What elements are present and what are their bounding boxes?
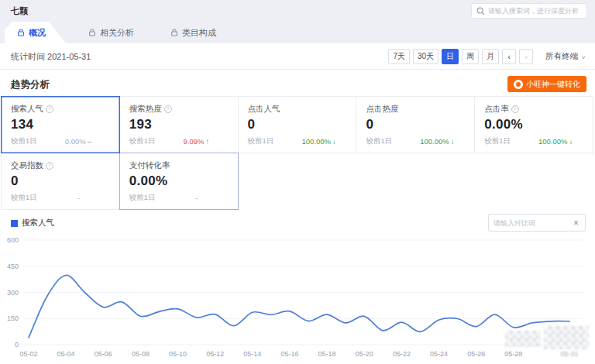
x-tick-label: 05-02: [19, 350, 37, 358]
metric-label: 支付转化率: [129, 160, 229, 171]
section-title-trend: 趋势分析: [11, 78, 50, 91]
info-icon[interactable]: ?: [511, 105, 519, 113]
y-tick-label: 450: [7, 263, 19, 270]
metric-value: 0.00%: [129, 173, 229, 189]
metric-value: 134: [11, 117, 110, 132]
tab-label: 相关分析: [100, 27, 134, 39]
tab-category-composition[interactable]: 类目构成: [160, 22, 227, 43]
info-icon[interactable]: ?: [46, 105, 53, 113]
x-tick-label: 05-14: [243, 350, 261, 358]
terminal-dropdown[interactable]: 所有终端 ∨: [545, 51, 589, 62]
x-tick-label: 05-22: [393, 350, 411, 358]
change-value: 9.09%↑: [184, 137, 210, 146]
range-7d-button[interactable]: 7天: [388, 49, 410, 64]
legend-label: 搜索人气: [22, 218, 54, 228]
tab-related-analysis[interactable]: 相关分析: [77, 22, 145, 43]
metric-card-2[interactable]: 点击人气0较前1日100.00%↓: [238, 96, 357, 153]
x-tick-label: 05-16: [280, 350, 298, 358]
metric-label: 点击率 ?: [484, 104, 583, 115]
x-tick-label: 05-08: [132, 350, 150, 358]
metric-card-4[interactable]: 点击率 ?0.00%较前1日100.00%↓: [474, 96, 593, 153]
prev-period-button[interactable]: ‹: [502, 49, 516, 64]
page: 七颗 概况 相关分析: [0, 0, 595, 364]
lock-icon: [170, 29, 178, 36]
info-icon[interactable]: ?: [46, 162, 53, 170]
chevron-down-icon: ∨: [581, 53, 586, 59]
stat-time-label: 统计时间: [11, 52, 45, 61]
legend-swatch: [11, 220, 18, 227]
y-tick-label: 300: [7, 289, 19, 297]
blurred-watermark: [544, 326, 589, 349]
metric-value: 0: [248, 117, 347, 132]
down-arrow-icon: ↓: [332, 137, 336, 146]
metric-card-3[interactable]: 点击热度0较前1日100.00%↓: [356, 96, 475, 153]
compare-label: 较前1日: [366, 136, 392, 146]
range-day-button[interactable]: 日: [442, 49, 459, 64]
x-tick-label: 05-24: [430, 350, 448, 358]
search-popularity-line: [29, 275, 569, 338]
compare-label: 较前1日: [129, 136, 156, 146]
metric-card-5[interactable]: 交易指数 ?0较前1日-: [1, 153, 120, 210]
stat-time-value: 2021-05-31: [47, 52, 91, 61]
compare-label: 较前1日: [129, 193, 156, 203]
top-bar: 七颗: [0, 0, 595, 22]
stat-time: 统计时间 2021-05-31: [11, 43, 91, 70]
info-icon[interactable]: ?: [164, 105, 172, 113]
range-month-button[interactable]: 月: [482, 49, 499, 64]
metric-value: 0: [11, 173, 110, 189]
compare-label: 较前1日: [11, 136, 37, 146]
metric-card-0[interactable]: 搜索人气 ?134较前1日0.00%–: [1, 96, 120, 153]
change-value: -: [77, 194, 80, 202]
metric-card-6[interactable]: 支付转化率0.00%较前1日-: [119, 153, 239, 210]
x-tick-label: 05-10: [169, 350, 187, 358]
compare-word-box[interactable]: ×: [488, 214, 586, 232]
metric-label: 搜索热度 ?: [129, 104, 229, 115]
convert-button[interactable]: 小旺神一键转化: [507, 76, 586, 92]
chart-legend: 搜索人气: [11, 218, 54, 228]
convert-button-label: 小旺神一键转化: [526, 79, 580, 90]
metric-label: 交易指数 ?: [11, 160, 110, 171]
metric-card-1[interactable]: 搜索热度 ?193较前1日9.09%↑: [119, 96, 239, 153]
metric-label: 点击人气: [248, 104, 347, 115]
metric-value: 193: [129, 117, 229, 132]
compare-label: 较前1日: [11, 193, 37, 203]
y-tick-label: 0: [15, 341, 19, 349]
lock-icon: [88, 29, 96, 36]
page-title: 七颗: [11, 0, 28, 22]
change-value: 100.00%↓: [538, 137, 573, 146]
down-arrow-icon: ↓: [569, 137, 573, 146]
x-tick-label: 05-04: [57, 350, 75, 358]
change-value: 0.00%–: [65, 137, 91, 146]
y-tick-label: 150: [7, 314, 19, 322]
x-tick-label: 05-18: [318, 350, 336, 358]
tab-bar: 概况 相关分析 类目构成: [0, 22, 595, 43]
change-value: 100.00%↓: [420, 137, 454, 146]
metric-value: 0: [366, 117, 465, 132]
metrics-grid: 搜索人气 ?134较前1日0.00%–搜索热度 ?193较前1日9.09%↑点击…: [2, 97, 593, 210]
x-tick-label: 05-31: [560, 350, 578, 358]
tab-label: 概况: [29, 27, 46, 39]
search-icon: [476, 7, 485, 15]
compare-label: 较前1日: [248, 136, 274, 146]
terminal-label: 所有终端: [545, 51, 578, 62]
x-tick-label: 05-20: [356, 350, 373, 358]
next-period-button[interactable]: ›: [519, 49, 533, 64]
compare-input[interactable]: [494, 219, 572, 227]
down-arrow-icon: ↓: [451, 137, 455, 146]
x-tick-label: 05-12: [206, 350, 224, 358]
search-input[interactable]: [488, 7, 582, 15]
tab-overview[interactable]: 概况: [5, 22, 66, 43]
y-tick-label: 600: [7, 236, 19, 244]
range-week-button[interactable]: 周: [462, 49, 479, 64]
keyword-search-box[interactable]: [471, 3, 587, 19]
metric-label: 点击热度: [366, 104, 465, 115]
toolbar: 统计时间 2021-05-31 7天 30天 日 周 月 ‹ › 所有终端 ∨: [0, 43, 595, 70]
mascot-icon: [514, 80, 523, 89]
range-30d-button[interactable]: 30天: [413, 49, 439, 64]
up-arrow-icon: ↑: [206, 137, 210, 146]
close-icon[interactable]: ×: [572, 218, 580, 228]
flat-arrow-icon: –: [88, 137, 91, 146]
metric-label: 搜索人气 ?: [11, 104, 110, 115]
lock-icon: [17, 29, 25, 36]
x-tick-label: 05-26: [467, 350, 485, 358]
